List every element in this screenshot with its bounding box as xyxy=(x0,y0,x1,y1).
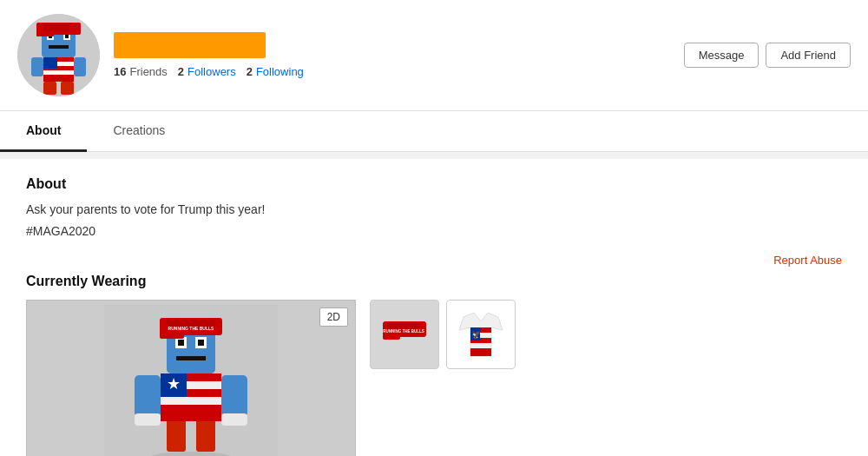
profile-actions: Message Add Friend xyxy=(684,43,851,68)
about-line2: #MAGA2020 xyxy=(26,222,842,241)
svg-rect-32 xyxy=(221,413,247,426)
toggle-2d-button[interactable]: 2D xyxy=(319,307,348,327)
svg-rect-50 xyxy=(470,348,491,356)
currently-wearing-title: Currently Wearing xyxy=(26,274,842,289)
svg-rect-13 xyxy=(43,75,74,82)
svg-rect-44 xyxy=(383,334,400,340)
friends-stat: 16 Friends xyxy=(114,65,168,78)
item-card-hat[interactable]: RUNNING THE BULLS xyxy=(370,300,439,369)
following-label[interactable]: Following xyxy=(256,65,304,78)
avatar-container xyxy=(17,14,100,96)
currently-wearing-section: ★ xyxy=(26,300,842,456)
friends-label: Friends xyxy=(129,65,167,78)
tab-about[interactable]: About xyxy=(0,111,87,152)
svg-rect-15 xyxy=(31,57,43,76)
following-stat: 2 Following xyxy=(247,65,304,78)
svg-rect-18 xyxy=(61,82,74,95)
svg-rect-21 xyxy=(167,417,186,452)
followers-count: 2 xyxy=(178,65,184,78)
followers-stat: 2 Followers xyxy=(178,65,236,78)
username-bar xyxy=(114,32,266,58)
add-friend-button[interactable]: Add Friend xyxy=(766,43,851,68)
friends-count: 16 xyxy=(114,65,126,78)
followers-label[interactable]: Followers xyxy=(187,65,236,78)
tab-creations[interactable]: Creations xyxy=(87,111,191,152)
svg-rect-26 xyxy=(161,405,221,421)
avatar xyxy=(17,14,100,96)
svg-rect-14 xyxy=(43,57,57,69)
tab-bar: About Creations xyxy=(0,111,868,152)
svg-rect-37 xyxy=(198,340,204,346)
report-abuse-row: Report Abuse xyxy=(26,253,842,267)
avatar-3d-viewer: ★ xyxy=(26,300,356,456)
about-text: Ask your parents to vote for Trump this … xyxy=(26,201,842,241)
svg-rect-36 xyxy=(178,340,184,346)
items-row: RUNNING THE BULLS xyxy=(370,300,516,369)
svg-rect-29 xyxy=(135,375,161,417)
svg-rect-30 xyxy=(221,375,247,417)
svg-text:🦅: 🦅 xyxy=(471,329,482,340)
message-button[interactable]: Message xyxy=(684,43,760,68)
svg-rect-8 xyxy=(36,31,54,36)
svg-rect-9 xyxy=(43,24,69,31)
svg-rect-40 xyxy=(160,332,184,339)
svg-text:★: ★ xyxy=(167,375,181,393)
svg-rect-22 xyxy=(196,417,215,452)
svg-text:RUNNING THE BULLS: RUNNING THE BULLS xyxy=(383,329,424,334)
svg-rect-38 xyxy=(176,356,206,360)
profile-info: 16 Friends 2 Followers 2 Following xyxy=(114,32,670,78)
profile-header: 16 Friends 2 Followers 2 Following Messa… xyxy=(0,0,868,111)
stats-row: 16 Friends 2 Followers 2 Following xyxy=(114,65,670,78)
about-title: About xyxy=(26,176,842,192)
svg-rect-17 xyxy=(43,82,56,95)
following-count: 2 xyxy=(247,65,253,78)
report-abuse-link[interactable]: Report Abuse xyxy=(773,254,842,267)
items-grid: RUNNING THE BULLS xyxy=(370,300,516,369)
svg-text:RUNNING THE BULLS: RUNNING THE BULLS xyxy=(168,326,214,331)
page-wrapper: 16 Friends 2 Followers 2 Following Messa… xyxy=(0,0,868,456)
item-card-shirt[interactable]: 🦅 xyxy=(446,300,516,369)
svg-rect-16 xyxy=(74,57,86,76)
svg-rect-6 xyxy=(49,45,69,49)
svg-rect-5 xyxy=(65,35,69,38)
about-line1: Ask your parents to vote for Trump this … xyxy=(26,201,842,219)
content-area: About Ask your parents to vote for Trump… xyxy=(0,159,868,456)
svg-rect-31 xyxy=(135,413,161,426)
